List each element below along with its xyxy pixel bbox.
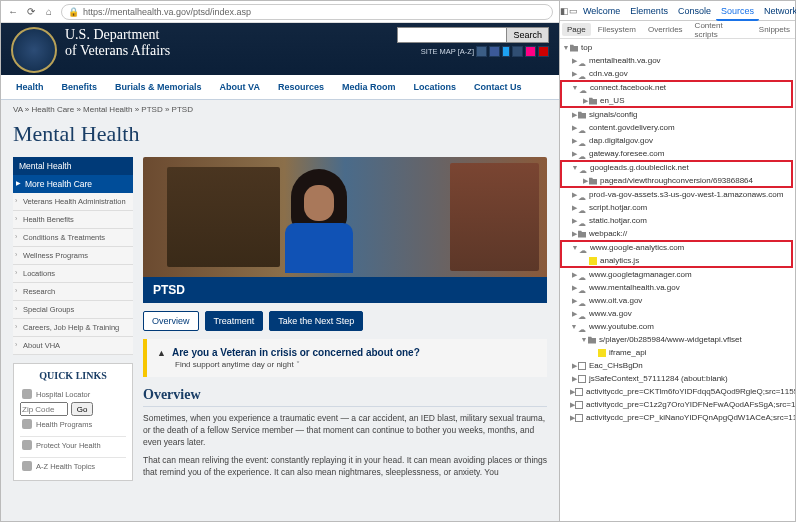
facebook-icon[interactable] [489,46,500,57]
devtools-tab-elements[interactable]: Elements [625,3,673,19]
tree-row[interactable]: ▶mentalhealth.va.gov [560,54,795,67]
tree-label: top [581,41,592,54]
tree-row[interactable]: ▶signals/config [560,108,795,121]
address-bar[interactable]: 🔒 https://mentalhealth.va.gov/ptsd/index… [61,4,553,20]
tree-row[interactable]: ▶www.oit.va.gov [560,294,795,307]
tree-row[interactable]: ▶jsSafeContext_57111284 (about:blank) [560,372,795,385]
tree-label: webpack:// [589,227,627,240]
nav-burials-memorials[interactable]: Burials & Memorials [106,75,211,99]
devtools-tab-network[interactable]: Network [759,3,796,19]
quick-link-item[interactable]: A-Z Health Topics [20,457,126,474]
tree-row[interactable]: ▼connect.facebook.net [561,81,792,94]
cloud-icon [578,124,586,132]
hero-label: PTSD [143,277,547,303]
tree-row[interactable]: ▼www.google-analytics.com [561,241,792,254]
twitter-icon[interactable] [502,46,510,57]
nav-about-va[interactable]: About VA [211,75,269,99]
nav-benefits[interactable]: Benefits [53,75,107,99]
device-icon[interactable]: ▭ [569,6,578,16]
sidebar-item[interactable]: Research [13,283,133,301]
zip-input[interactable] [20,402,68,416]
sidebar-item[interactable]: Special Groups [13,301,133,319]
sources-subtab-overrides[interactable]: Overrides [643,23,688,36]
tree-label: content.govdelivery.com [589,121,675,134]
tree-row[interactable]: ▶www.va.gov [560,307,795,320]
content-tabs: Overview Treatment Take the Next Step [143,311,547,331]
sidebar-item[interactable]: Veterans Health Administration [13,193,133,211]
sidebar-item[interactable]: About VHA [13,337,133,355]
quick-link-icon [22,461,32,471]
sidebar-item[interactable]: Locations [13,265,133,283]
tree-row[interactable]: ▶activitycdc_pre=C1z2g7OroYIDFNeFwAQodAF… [560,398,795,411]
sidebar-item[interactable]: Wellness Programs [13,247,133,265]
cloud-icon [579,244,587,252]
tree-row[interactable]: ▶dap.digitalgov.gov [560,134,795,147]
devtools-tab-welcome[interactable]: Welcome [578,3,625,19]
search-button[interactable]: Search [507,27,549,43]
tree-row[interactable]: ▼www.youtube.com [560,320,795,333]
tree-row[interactable]: iframe_api [560,346,795,359]
tree-row[interactable]: ▶script.hotjar.com [560,201,795,214]
file-icon [575,388,583,396]
sidebar-hdr-more-health-care[interactable]: More Health Care [13,175,133,193]
nav-contact-us[interactable]: Contact Us [465,75,531,99]
cloud-icon [579,84,587,92]
tree-row[interactable]: ▶pagead/viewthroughconversion/693868864 [561,174,792,187]
sources-subtab-content-scripts[interactable]: Content scripts [690,19,752,41]
quick-link-item[interactable]: Health Programs [20,416,126,432]
back-icon[interactable]: ← [7,6,19,18]
tree-row[interactable]: ▶static.hotjar.com [560,214,795,227]
tree-label: iframe_api [609,346,646,359]
cloud-icon [578,191,586,199]
search-input[interactable] [397,27,507,43]
sitemap-link[interactable]: SITE MAP [A-Z] [421,47,474,56]
devtools-tab-console[interactable]: Console [673,3,716,19]
highlighted-source: ▼www.google-analytics.comanalytics.js [561,241,792,267]
tab-overview[interactable]: Overview [143,311,199,331]
tree-row[interactable]: ▶www.mentalhealth.va.gov [560,281,795,294]
tab-treatment[interactable]: Treatment [205,311,264,331]
home-icon[interactable]: ⌂ [43,6,55,18]
sources-subtab-filesystem[interactable]: Filesystem [593,23,641,36]
folder-icon [578,111,586,119]
crisis-banner[interactable]: Are you a Veteran in crisis or concerned… [143,339,547,377]
tree-row[interactable]: ▶www.googletagmanager.com [560,268,795,281]
cloud-icon [578,271,586,279]
sidebar-item[interactable]: Careers, Job Help & Training [13,319,133,337]
tree-row[interactable]: ▼googleads.g.doubleclick.net [561,161,792,174]
flickr-icon[interactable] [525,46,536,57]
tree-row[interactable]: analytics.js [561,254,792,267]
sidebar-item[interactable]: Health Benefits [13,211,133,229]
tree-row[interactable]: ▶prod-va-gov-assets.s3-us-gov-west-1.ama… [560,188,795,201]
sidebar-hdr-mental-health[interactable]: Mental Health [13,157,133,175]
inspect-icon[interactable]: ◧ [560,6,569,16]
tree-row[interactable]: ▶activitycdc_pre=CP_kiNanoYIDFQnApgQdW1A… [560,411,795,424]
sidebar-item[interactable]: Conditions & Treatments [13,229,133,247]
tree-row[interactable]: ▶Eac_CHsBgDn [560,359,795,372]
mail-icon[interactable] [476,46,487,57]
tree-row[interactable]: ▶webpack:// [560,227,795,240]
cloud-icon [579,164,587,172]
tree-row[interactable]: ▶activitycdc_pre=CKTlm6foYIDFdqq5AQod9Rg… [560,385,795,398]
tree-label: pagead/viewthroughconversion/693868864 [600,174,753,187]
zip-go-button[interactable]: Go [71,402,94,416]
nav-locations[interactable]: Locations [404,75,465,99]
tree-row[interactable]: ▼s/player/0b285984/www-widgetapi.vflset [560,333,795,346]
youtube-icon[interactable] [538,46,549,57]
tree-row[interactable]: ▶en_US [561,94,792,107]
sources-subtab-page[interactable]: Page [562,23,591,36]
nav-media-room[interactable]: Media Room [333,75,405,99]
tree-label: mentalhealth.va.gov [589,54,661,67]
tree-row[interactable]: ▶content.govdelivery.com [560,121,795,134]
tree-row[interactable]: ▼top [560,41,795,54]
file-icon [575,414,583,422]
tree-row[interactable]: ▶gateway.foresee.com [560,147,795,160]
tab-next-step[interactable]: Take the Next Step [269,311,363,331]
nav-health[interactable]: Health [7,75,53,99]
tree-row[interactable]: ▶cdn.va.gov [560,67,795,80]
reload-icon[interactable]: ⟳ [25,6,37,18]
nav-resources[interactable]: Resources [269,75,333,99]
sources-subtab-snippets[interactable]: Snippets [754,23,795,36]
blog-icon[interactable] [512,46,523,57]
quick-link-item[interactable]: Protect Your Health [20,436,126,453]
